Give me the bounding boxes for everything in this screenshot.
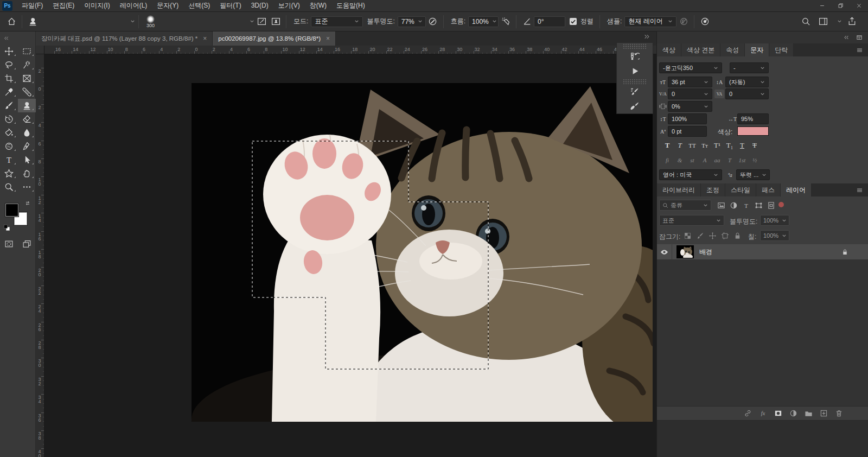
- chevron-down-icon[interactable]: [127, 19, 135, 24]
- menu-item-3[interactable]: 이미지(I): [79, 2, 114, 9]
- panel-menu-icon[interactable]: [856, 187, 863, 194]
- healing-brush-tool[interactable]: [18, 85, 36, 99]
- underline-button[interactable]: T: [736, 140, 748, 151]
- flow-field[interactable]: 100%: [468, 16, 499, 27]
- menu-item-7[interactable]: 필터(T): [215, 2, 246, 9]
- lock-icon[interactable]: [732, 230, 743, 241]
- close-button[interactable]: [850, 0, 868, 11]
- angle-field[interactable]: 0°: [534, 16, 565, 27]
- text-color-swatch[interactable]: [737, 126, 769, 136]
- vertical-scale-field[interactable]: 100%: [668, 113, 707, 124]
- brush-preset-picker[interactable]: 300: [142, 15, 159, 28]
- fractions-button[interactable]: ½: [749, 155, 761, 166]
- ligatures-button[interactable]: fi: [661, 155, 673, 166]
- all-caps-button[interactable]: TT: [686, 140, 698, 151]
- quick-mask-icon[interactable]: [0, 237, 18, 250]
- panel-menu-icon[interactable]: [856, 47, 863, 54]
- sample-select[interactable]: 현재 레이어: [624, 16, 676, 27]
- anti-alias-select[interactable]: 뚜렷 ...: [736, 169, 770, 180]
- document-tab-1[interactable]: 장미카페 대표.psd @ 117% (Layer 88 copy 3, RGB…: [36, 31, 213, 46]
- faux-bold-button[interactable]: T: [661, 140, 673, 151]
- chevron-down-icon[interactable]: [834, 19, 842, 24]
- brush-tool[interactable]: [0, 99, 18, 112]
- history-panel-icon[interactable]: [617, 49, 653, 64]
- baseline-shift-field[interactable]: 0 pt: [668, 126, 707, 137]
- ordinals-button[interactable]: 1st: [736, 155, 748, 166]
- strikethrough-button[interactable]: T: [749, 140, 761, 151]
- workspace-switcher-icon[interactable]: [816, 15, 831, 29]
- document-canvas[interactable]: [192, 83, 653, 422]
- tab-조정[interactable]: 조정: [701, 183, 725, 196]
- adjust-icon[interactable]: [789, 409, 797, 418]
- restore-button[interactable]: [831, 0, 850, 11]
- pressure-size-icon[interactable]: [698, 15, 712, 29]
- eyedropper-tool[interactable]: [0, 85, 18, 99]
- swap-colors-icon[interactable]: [24, 201, 31, 208]
- faux-italic-button[interactable]: T: [674, 140, 686, 151]
- menu-item-9[interactable]: 보기(V): [273, 2, 305, 9]
- tsume-select[interactable]: 0%: [668, 101, 712, 112]
- checker-icon[interactable]: [682, 230, 693, 241]
- opacity-field[interactable]: 77%: [398, 16, 426, 27]
- fx-icon[interactable]: fx: [758, 409, 767, 418]
- chevron-down-icon[interactable]: [246, 19, 254, 24]
- frame-tool[interactable]: [18, 72, 36, 85]
- ignore-adjustment-layers-icon[interactable]: [676, 15, 691, 29]
- vertical-ruler[interactable]: 2024681 01 21 41 61 82 02 22 42 62 83 03…: [36, 54, 44, 457]
- collapse-panels-icon[interactable]: [843, 34, 850, 41]
- layer-row[interactable]: 배경: [657, 244, 868, 259]
- tool-preset-stamp-icon[interactable]: [25, 15, 40, 29]
- new-layer-icon[interactable]: [819, 409, 828, 418]
- shape-tool[interactable]: [0, 167, 18, 180]
- tab-스타일[interactable]: 스타일: [725, 183, 756, 196]
- folder-icon[interactable]: [804, 409, 813, 418]
- tile-view-icon[interactable]: [856, 34, 863, 41]
- filter-smart-icon[interactable]: [765, 200, 776, 211]
- menu-item-6[interactable]: 선택(S): [183, 2, 215, 9]
- screen-mode-icon[interactable]: [18, 237, 36, 250]
- home-button[interactable]: [4, 15, 18, 29]
- clone-stamp-tool[interactable]: [18, 99, 36, 112]
- swash-button[interactable]: A: [699, 155, 711, 166]
- superscript-button[interactable]: T¹: [711, 140, 723, 151]
- align-checkbox[interactable]: [570, 18, 577, 25]
- horizontal-ruler[interactable]: 1614121086420246810121416182022242628303…: [44, 46, 656, 54]
- leading-select[interactable]: (자동): [725, 77, 769, 87]
- tab-close-icon[interactable]: ×: [326, 35, 330, 42]
- menu-item-8[interactable]: 3D(D): [246, 2, 273, 9]
- collapse-toolbar-icon[interactable]: [0, 31, 35, 45]
- selection-marquee[interactable]: [192, 83, 653, 422]
- default-colors-icon[interactable]: [3, 224, 10, 231]
- more-tools[interactable]: [18, 180, 36, 194]
- panel-grip[interactable]: [623, 79, 646, 84]
- brush-settings-panel-icon[interactable]: [617, 84, 653, 99]
- tab-색상[interactable]: 색상: [657, 43, 681, 56]
- move-tool[interactable]: [0, 45, 18, 58]
- blur-tool[interactable]: [18, 126, 36, 139]
- blend-mode-select[interactable]: 표준: [659, 215, 724, 226]
- actions-panel-icon[interactable]: [617, 64, 653, 78]
- font-style-select[interactable]: -: [730, 62, 769, 73]
- filter-toggle-icon[interactable]: [778, 202, 784, 207]
- tab-문자[interactable]: 문자: [745, 43, 769, 56]
- hand-tool[interactable]: [18, 167, 36, 180]
- ruler-origin-corner[interactable]: [36, 46, 44, 54]
- toggle-brush-settings-icon[interactable]: [254, 15, 269, 29]
- crop-tool[interactable]: [0, 72, 18, 85]
- brush-small-icon[interactable]: [694, 230, 705, 241]
- document-tab-2[interactable]: pc002069987.jpg @ 13.8% (RGB/8*)×: [213, 31, 336, 46]
- search-icon[interactable]: [799, 15, 813, 29]
- layer-thumbnail[interactable]: [676, 245, 694, 258]
- layer-opacity-field[interactable]: 100%: [760, 215, 789, 226]
- toggle-clone-source-icon[interactable]: [269, 15, 283, 29]
- link-icon[interactable]: [743, 409, 752, 418]
- filter-image-icon[interactable]: [716, 200, 726, 211]
- foreground-color-swatch[interactable]: [5, 204, 18, 217]
- filter-type-icon[interactable]: T: [741, 200, 751, 211]
- menu-item-1[interactable]: 파일(F): [17, 2, 48, 9]
- share-icon[interactable]: [845, 15, 859, 29]
- tab-색상 견본[interactable]: 색상 견본: [681, 43, 720, 56]
- pen-tool[interactable]: [18, 139, 36, 153]
- path-select-tool[interactable]: [18, 153, 36, 167]
- menu-item-5[interactable]: 문자(Y): [152, 2, 183, 9]
